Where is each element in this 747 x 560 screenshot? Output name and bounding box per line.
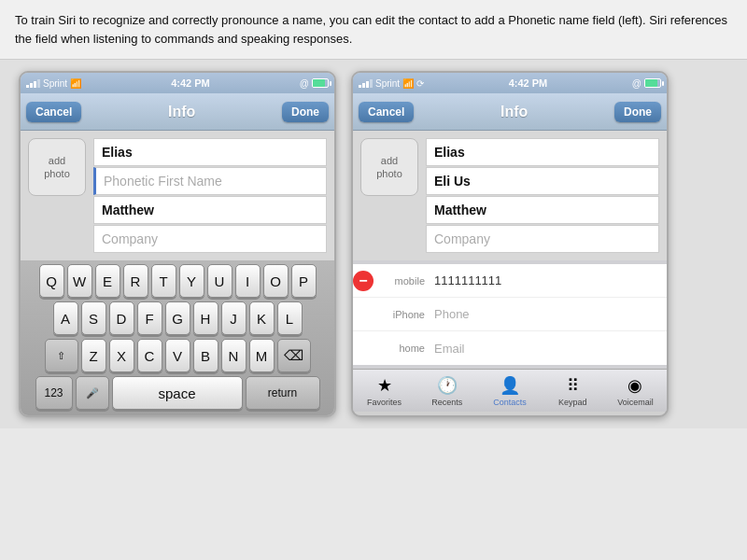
cancel-button-left[interactable]: Cancel bbox=[26, 102, 81, 122]
signal-icon bbox=[26, 79, 40, 88]
status-bar-right: Sprint 📶 ⟳ 4:42 PM @ bbox=[353, 73, 667, 93]
contacts-icon: 👤 bbox=[500, 375, 520, 396]
phone-left: Sprint 📶 4:42 PM @ Cancel Info Done addp… bbox=[19, 71, 336, 417]
keyboard-left: Q W E R T Y U I O P A S D F G H J K L bbox=[21, 260, 334, 415]
contacts-label: Contacts bbox=[493, 398, 527, 407]
tab-contacts[interactable]: 👤 Contacts bbox=[478, 370, 541, 412]
battery-icon-right bbox=[644, 78, 661, 88]
remove-mobile-button[interactable]: − bbox=[353, 271, 374, 291]
last-name-input-right[interactable] bbox=[426, 196, 659, 224]
recents-icon: 🕐 bbox=[437, 375, 458, 396]
done-button-right[interactable]: Done bbox=[614, 102, 661, 122]
status-right-left: @ bbox=[300, 78, 329, 89]
sync-icon: ⟳ bbox=[416, 78, 424, 89]
key-y[interactable]: Y bbox=[179, 264, 204, 298]
space-key[interactable]: space bbox=[112, 376, 243, 410]
status-left-right: Sprint 📶 ⟳ bbox=[359, 78, 424, 89]
tab-keypad[interactable]: ⠿ Keypad bbox=[542, 370, 604, 412]
add-photo-right[interactable]: addphoto bbox=[360, 138, 418, 196]
key-u[interactable]: U bbox=[207, 264, 233, 298]
keypad-icon: ⠿ bbox=[567, 375, 579, 396]
return-key[interactable]: return bbox=[246, 376, 320, 410]
tab-voicemail[interactable]: ◉ Voicemail bbox=[604, 370, 667, 412]
recents-label: Recents bbox=[431, 398, 462, 407]
wifi-icon: 📶 bbox=[70, 78, 81, 89]
description-text: To train Siri to recognize and correctly… bbox=[0, 0, 747, 60]
key-o[interactable]: O bbox=[263, 264, 289, 298]
key-p[interactable]: P bbox=[291, 264, 317, 298]
first-name-input-right[interactable] bbox=[426, 138, 659, 166]
company-input-left[interactable] bbox=[93, 225, 327, 253]
key-k[interactable]: K bbox=[249, 301, 275, 335]
nav-title-right: Info bbox=[500, 104, 528, 120]
last-name-input-left[interactable] bbox=[93, 196, 327, 224]
kb-row3: ⇧ Z X C V B N M ⌫ bbox=[22, 339, 332, 372]
phones-container: Sprint 📶 4:42 PM @ Cancel Info Done addp… bbox=[0, 60, 747, 428]
num-key[interactable]: 123 bbox=[35, 376, 73, 410]
key-t[interactable]: T bbox=[151, 264, 176, 298]
iphone-label: iPhone bbox=[377, 301, 429, 328]
kb-row4: 123 🎤 space return bbox=[22, 376, 332, 410]
form-area-left: addphoto bbox=[21, 131, 334, 260]
description-content: To train Siri to recognize and correctly… bbox=[15, 13, 727, 46]
key-q[interactable]: Q bbox=[39, 264, 64, 298]
key-c[interactable]: C bbox=[137, 339, 162, 372]
status-left: Sprint 📶 bbox=[26, 78, 81, 89]
time-left: 4:42 PM bbox=[171, 77, 210, 89]
key-i[interactable]: I bbox=[235, 264, 261, 298]
delete-key[interactable]: ⌫ bbox=[277, 339, 311, 372]
mobile-label: mobile bbox=[377, 268, 429, 294]
tab-recents[interactable]: 🕐 Recents bbox=[416, 370, 478, 412]
key-n[interactable]: N bbox=[221, 339, 247, 372]
phonetic-input-right[interactable] bbox=[426, 167, 659, 195]
at-icon-right: @ bbox=[632, 78, 641, 89]
key-j[interactable]: J bbox=[221, 301, 247, 335]
key-z[interactable]: Z bbox=[81, 339, 106, 372]
iphone-row: iPhone Phone bbox=[353, 298, 667, 331]
key-x[interactable]: X bbox=[109, 339, 134, 372]
key-r[interactable]: R bbox=[123, 264, 148, 298]
contact-row-right: addphoto bbox=[360, 138, 659, 253]
cancel-button-right[interactable]: Cancel bbox=[359, 102, 414, 122]
keypad-label: Keypad bbox=[558, 398, 587, 407]
form-area-right: addphoto bbox=[353, 131, 667, 260]
favorites-label: Favorites bbox=[367, 398, 402, 407]
fields-left bbox=[93, 138, 327, 253]
key-v[interactable]: V bbox=[165, 339, 190, 372]
carrier-right: Sprint bbox=[375, 78, 400, 89]
shift-key[interactable]: ⇧ bbox=[45, 339, 78, 372]
company-input-right[interactable] bbox=[426, 225, 659, 253]
add-photo-left[interactable]: addphoto bbox=[28, 138, 86, 196]
key-b[interactable]: B bbox=[193, 339, 218, 372]
key-l[interactable]: L bbox=[277, 301, 303, 335]
phonetic-input-left[interactable] bbox=[93, 167, 327, 195]
key-s[interactable]: S bbox=[81, 301, 106, 335]
key-d[interactable]: D bbox=[109, 301, 134, 335]
home-value[interactable]: Email bbox=[429, 334, 667, 363]
status-right-right: @ bbox=[632, 78, 661, 89]
voicemail-icon: ◉ bbox=[627, 375, 642, 396]
time-right: 4:42 PM bbox=[509, 77, 548, 89]
tab-favorites[interactable]: ★ Favorites bbox=[353, 370, 416, 412]
home-row: home Email bbox=[353, 331, 667, 365]
key-m[interactable]: M bbox=[249, 339, 275, 372]
mobile-row: − mobile 1111111111 bbox=[353, 264, 667, 298]
at-icon: @ bbox=[300, 78, 309, 89]
first-name-input-left[interactable] bbox=[93, 138, 327, 166]
key-e[interactable]: E bbox=[95, 264, 120, 298]
kb-row2: A S D F G H J K L bbox=[22, 301, 332, 335]
contact-fields-section: − mobile 1111111111 iPhone Phone home Em… bbox=[353, 260, 667, 369]
wifi-icon-right: 📶 bbox=[402, 78, 414, 89]
carrier-left: Sprint bbox=[43, 78, 67, 89]
mic-key[interactable]: 🎤 bbox=[76, 376, 109, 410]
key-h[interactable]: H bbox=[193, 301, 218, 335]
mobile-value[interactable]: 1111111111 bbox=[429, 266, 667, 295]
contact-row-left: addphoto bbox=[28, 138, 327, 253]
key-a[interactable]: A bbox=[53, 301, 78, 335]
iphone-value[interactable]: Phone bbox=[429, 300, 667, 329]
key-g[interactable]: G bbox=[165, 301, 190, 335]
key-f[interactable]: F bbox=[137, 301, 162, 335]
key-w[interactable]: W bbox=[67, 264, 92, 298]
done-button-left[interactable]: Done bbox=[282, 102, 329, 122]
signal-icon-right bbox=[359, 79, 373, 88]
